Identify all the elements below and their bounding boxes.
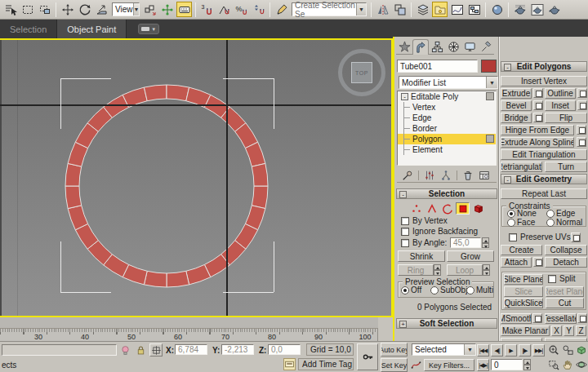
make-planar-button[interactable]: Make Planar <box>501 326 550 336</box>
orbit-icon[interactable] <box>575 358 587 370</box>
edit-triangulation-button[interactable]: Edit Triangulation <box>501 149 587 160</box>
zoom-icon[interactable] <box>547 343 559 356</box>
ignore-backfacing-checkbox[interactable] <box>401 228 409 236</box>
tab-selection[interactable]: Selection <box>0 20 56 38</box>
set-key-button[interactable]: Set Key <box>381 358 408 372</box>
ring-button[interactable]: Ring <box>398 264 434 276</box>
go-to-end-button[interactable]: ▶▶| <box>532 344 545 356</box>
collapse-icon[interactable]: - <box>401 93 408 100</box>
stack-item-editable-poly[interactable]: -Editable Poly <box>398 91 496 102</box>
object-color-swatch[interactable] <box>481 60 497 73</box>
repeat-last-button[interactable]: Repeat Last <box>501 188 587 199</box>
sub-object-polygon-icon[interactable] <box>456 202 470 215</box>
cut-button[interactable]: Cut <box>546 298 584 308</box>
zoom-all-icon[interactable] <box>561 343 573 356</box>
outline-button[interactable]: Outline <box>545 88 576 99</box>
collapse-icon[interactable]: - <box>399 191 407 198</box>
zoom-region-icon[interactable] <box>547 358 559 370</box>
extrude-button[interactable]: Extrude <box>501 88 532 99</box>
edit-named-selections-icon[interactable] <box>274 2 289 17</box>
msmooth-settings-button[interactable] <box>532 313 542 323</box>
planar-y-button[interactable]: Y <box>564 326 574 336</box>
selection-rollout-header[interactable]: - Selection <box>396 188 497 199</box>
command-tab-modify-icon[interactable] <box>412 39 429 55</box>
command-tab-hierarchy-icon[interactable] <box>429 39 445 55</box>
tessellate-settings-button[interactable] <box>577 313 587 323</box>
by-angle-spinner[interactable] <box>482 237 489 248</box>
stack-item-vertex[interactable]: Vertex <box>398 102 496 113</box>
detach-button[interactable]: Detach <box>545 257 587 268</box>
edit-polygons-rollout-header[interactable]: - Edit Polygons <box>501 61 587 72</box>
transform-type-in-icon[interactable] <box>149 343 163 356</box>
reset-plane-button[interactable]: Reset Plane <box>546 286 584 297</box>
retriangulate-button[interactable]: Retriangulate <box>501 162 542 172</box>
curve-editor-icon[interactable] <box>449 2 465 17</box>
sub-object-element-icon[interactable] <box>471 202 485 215</box>
inset-button[interactable]: Inset <box>545 100 576 111</box>
modifier-stack[interactable]: -Editable PolyVertexEdgeBorderPolygonEle… <box>397 91 497 166</box>
render-setup-icon[interactable] <box>512 2 528 17</box>
command-tab-create-icon[interactable] <box>396 39 412 55</box>
go-to-start-button[interactable]: |◀◀ <box>477 344 489 356</box>
turn-button[interactable]: Turn <box>545 162 587 172</box>
zoom-extents-icon[interactable] <box>575 343 587 356</box>
key-filters-button[interactable]: Key Filters... <box>424 359 474 371</box>
extrude-along-spline-settings-button[interactable] <box>577 137 586 147</box>
command-tab-display-icon[interactable] <box>461 39 478 55</box>
stack-item-element[interactable]: Element <box>398 144 496 155</box>
layer-manager-icon[interactable] <box>415 2 430 17</box>
percent-snap-icon[interactable]: % <box>234 2 249 17</box>
ring-spinner[interactable] <box>434 264 441 276</box>
bridge-button[interactable]: Bridge <box>501 113 532 123</box>
edit-geometry-rollout-header[interactable]: - Edit Geometry <box>501 174 587 184</box>
notification-bulb-icon[interactable] <box>119 344 131 356</box>
object-name-field[interactable]: Tube001 <box>397 60 478 73</box>
attach-settings-button[interactable] <box>533 257 543 267</box>
planar-x-button[interactable]: X <box>551 326 562 336</box>
flip-button[interactable]: Flip <box>545 113 587 123</box>
constraint-normal-radio[interactable] <box>546 219 555 227</box>
extrude-along-spline-button[interactable]: Extrude Along Spline <box>501 137 574 148</box>
select-and-manipulate-icon[interactable] <box>159 2 175 17</box>
chevron-down-icon[interactable]: ▼ <box>133 3 140 16</box>
insert-vertex-button[interactable]: Insert Vertex <box>501 76 587 86</box>
outline-settings-button[interactable] <box>577 88 587 98</box>
by-angle-checkbox[interactable] <box>401 239 409 247</box>
top-viewport[interactable]: TOP <box>0 40 391 316</box>
loop-spinner[interactable] <box>483 264 490 276</box>
hinge-from-edge-settings-button[interactable] <box>577 125 586 135</box>
default-in-out-tangent-icon[interactable] <box>410 359 421 370</box>
collapse-button[interactable]: Collapse <box>545 245 587 255</box>
inset-settings-button[interactable] <box>577 100 587 110</box>
tube-polygon-ring[interactable] <box>0 40 391 316</box>
viewcube[interactable]: TOP <box>338 49 385 96</box>
collapse-icon[interactable]: - <box>504 176 511 184</box>
selection-lock-icon[interactable] <box>135 344 146 356</box>
show-end-result-icon[interactable] <box>424 170 435 181</box>
bridge-settings-button[interactable] <box>533 113 543 122</box>
pin-stack-icon[interactable] <box>402 170 413 181</box>
angle-snap-icon[interactable] <box>216 2 232 17</box>
pan-icon[interactable] <box>561 358 573 370</box>
next-frame-button[interactable]: ||▶ <box>519 344 531 356</box>
chevron-down-icon[interactable]: ▼ <box>464 344 475 355</box>
ribbon-minimize-button[interactable]: ▼ <box>138 24 159 34</box>
stack-onoff-icon[interactable] <box>486 92 494 100</box>
shrink-button[interactable]: Shrink <box>398 250 445 262</box>
keyboard-override-icon[interactable] <box>176 2 192 17</box>
collapse-icon[interactable]: - <box>504 64 511 71</box>
quickslice-button[interactable]: QuickSlice <box>504 298 543 308</box>
select-and-rotate-icon[interactable] <box>77 2 92 17</box>
spinner-snap-icon[interactable] <box>251 2 266 17</box>
window-crossing-icon[interactable] <box>37 2 52 17</box>
ribbon-toggle-icon[interactable] <box>432 2 448 17</box>
named-selection-set-dropdown[interactable]: Create Selection Se ▼ <box>292 2 367 16</box>
hinge-from-edge-button[interactable]: Hinge From Edge <box>501 125 574 135</box>
configure-modifier-icon[interactable] <box>479 170 490 181</box>
preview-multi-radio[interactable] <box>466 286 474 294</box>
soft-selection-rollout-header[interactable]: + Soft Selection <box>396 318 497 329</box>
render-production-icon[interactable] <box>546 2 562 17</box>
z-coord-field[interactable]: 0,0 <box>268 344 301 355</box>
bevel-button[interactable]: Bevel <box>501 100 532 111</box>
previous-frame-button[interactable]: ◀|| <box>491 344 503 356</box>
